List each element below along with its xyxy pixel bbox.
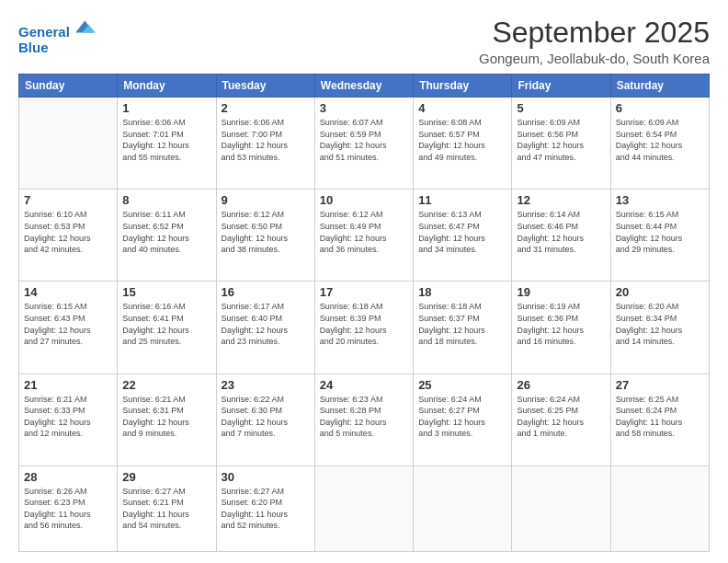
day-number: 21 <box>24 378 112 392</box>
day-number: 20 <box>616 285 704 299</box>
day-number: 24 <box>320 378 408 392</box>
calendar-cell: 14Sunrise: 6:15 AMSunset: 6:43 PMDayligh… <box>19 282 118 373</box>
calendar-cell <box>512 465 610 551</box>
cell-info: Sunrise: 6:23 AMSunset: 6:28 PMDaylight:… <box>320 394 408 440</box>
cell-info: Sunrise: 6:27 AMSunset: 6:21 PMDaylight:… <box>122 486 210 532</box>
calendar-cell: 26Sunrise: 6:24 AMSunset: 6:25 PMDayligh… <box>512 373 610 465</box>
cell-info: Sunrise: 6:26 AMSunset: 6:23 PMDaylight:… <box>24 486 112 532</box>
day-number: 9 <box>222 193 310 207</box>
calendar-cell <box>19 98 118 190</box>
calendar-cell: 6Sunrise: 6:09 AMSunset: 6:54 PMDaylight… <box>610 98 709 190</box>
cell-info: Sunrise: 6:17 AMSunset: 6:40 PMDaylight:… <box>222 301 310 347</box>
cell-info: Sunrise: 6:11 AMSunset: 6:52 PMDaylight:… <box>122 209 210 255</box>
calendar-cell: 12Sunrise: 6:14 AMSunset: 6:46 PMDayligh… <box>512 190 610 282</box>
calendar-cell: 11Sunrise: 6:13 AMSunset: 6:47 PMDayligh… <box>414 190 512 282</box>
calendar-table: SundayMondayTuesdayWednesdayThursdayFrid… <box>18 74 710 552</box>
location: Gongeum, Jeollabuk-do, South Korea <box>479 51 710 66</box>
calendar-cell: 18Sunrise: 6:18 AMSunset: 6:37 PMDayligh… <box>414 282 512 373</box>
cell-info: Sunrise: 6:12 AMSunset: 6:50 PMDaylight:… <box>222 209 310 255</box>
day-number: 5 <box>517 101 605 115</box>
calendar-cell: 7Sunrise: 6:10 AMSunset: 6:53 PMDaylight… <box>19 190 118 282</box>
calendar-cell: 28Sunrise: 6:26 AMSunset: 6:23 PMDayligh… <box>19 465 118 551</box>
day-number: 16 <box>222 285 310 299</box>
calendar-cell: 27Sunrise: 6:25 AMSunset: 6:24 PMDayligh… <box>610 373 709 465</box>
cell-info: Sunrise: 6:24 AMSunset: 6:25 PMDaylight:… <box>517 394 605 440</box>
day-number: 23 <box>222 378 310 392</box>
calendar-cell: 13Sunrise: 6:15 AMSunset: 6:44 PMDayligh… <box>610 190 709 282</box>
calendar-cell: 17Sunrise: 6:18 AMSunset: 6:39 PMDayligh… <box>314 282 413 373</box>
day-number: 22 <box>122 378 210 392</box>
calendar-cell: 5Sunrise: 6:09 AMSunset: 6:56 PMDaylight… <box>512 98 610 190</box>
calendar-cell: 15Sunrise: 6:16 AMSunset: 6:41 PMDayligh… <box>118 282 216 373</box>
day-number: 6 <box>616 101 704 115</box>
calendar-cell: 9Sunrise: 6:12 AMSunset: 6:50 PMDaylight… <box>216 190 314 282</box>
col-header-wednesday: Wednesday <box>314 75 413 98</box>
day-number: 17 <box>320 285 408 299</box>
day-number: 14 <box>24 285 112 299</box>
calendar-cell: 30Sunrise: 6:27 AMSunset: 6:20 PMDayligh… <box>216 465 314 551</box>
calendar-cell <box>414 465 512 551</box>
cell-info: Sunrise: 6:12 AMSunset: 6:49 PMDaylight:… <box>320 209 408 255</box>
day-number: 8 <box>122 193 210 207</box>
calendar-cell: 8Sunrise: 6:11 AMSunset: 6:52 PMDaylight… <box>118 190 216 282</box>
calendar-cell: 21Sunrise: 6:21 AMSunset: 6:33 PMDayligh… <box>19 373 118 465</box>
cell-info: Sunrise: 6:14 AMSunset: 6:46 PMDaylight:… <box>517 209 605 255</box>
logo-blue: Blue <box>18 40 96 56</box>
calendar-cell: 4Sunrise: 6:08 AMSunset: 6:57 PMDaylight… <box>414 98 512 190</box>
day-number: 4 <box>418 101 506 115</box>
calendar-cell: 22Sunrise: 6:21 AMSunset: 6:31 PMDayligh… <box>118 373 216 465</box>
day-number: 30 <box>222 470 310 484</box>
calendar-cell <box>610 465 709 551</box>
col-header-sunday: Sunday <box>19 75 118 98</box>
cell-info: Sunrise: 6:09 AMSunset: 6:54 PMDaylight:… <box>616 117 704 163</box>
day-number: 1 <box>122 101 210 115</box>
title-block: September 2025 Gongeum, Jeollabuk-do, So… <box>479 17 710 66</box>
cell-info: Sunrise: 6:19 AMSunset: 6:36 PMDaylight:… <box>517 301 605 347</box>
day-number: 25 <box>418 378 506 392</box>
day-number: 15 <box>122 285 210 299</box>
col-header-saturday: Saturday <box>610 75 709 98</box>
calendar-week-row: 21Sunrise: 6:21 AMSunset: 6:33 PMDayligh… <box>19 373 710 465</box>
logo-icon <box>75 17 96 37</box>
calendar-week-row: 28Sunrise: 6:26 AMSunset: 6:23 PMDayligh… <box>19 465 710 551</box>
col-header-monday: Monday <box>118 75 216 98</box>
calendar-header-row: SundayMondayTuesdayWednesdayThursdayFrid… <box>19 75 710 98</box>
calendar-cell: 20Sunrise: 6:20 AMSunset: 6:34 PMDayligh… <box>610 282 709 373</box>
calendar-cell: 25Sunrise: 6:24 AMSunset: 6:27 PMDayligh… <box>414 373 512 465</box>
cell-info: Sunrise: 6:07 AMSunset: 6:59 PMDaylight:… <box>320 117 408 163</box>
calendar-cell: 1Sunrise: 6:06 AMSunset: 7:01 PMDaylight… <box>118 98 216 190</box>
calendar-week-row: 1Sunrise: 6:06 AMSunset: 7:01 PMDaylight… <box>19 98 710 190</box>
cell-info: Sunrise: 6:27 AMSunset: 6:20 PMDaylight:… <box>222 486 310 532</box>
calendar-cell: 10Sunrise: 6:12 AMSunset: 6:49 PMDayligh… <box>314 190 413 282</box>
cell-info: Sunrise: 6:22 AMSunset: 6:30 PMDaylight:… <box>222 394 310 440</box>
col-header-tuesday: Tuesday <box>216 75 314 98</box>
col-header-friday: Friday <box>512 75 610 98</box>
cell-info: Sunrise: 6:13 AMSunset: 6:47 PMDaylight:… <box>418 209 506 255</box>
calendar-cell: 29Sunrise: 6:27 AMSunset: 6:21 PMDayligh… <box>118 465 216 551</box>
day-number: 29 <box>122 470 210 484</box>
day-number: 28 <box>24 470 112 484</box>
cell-info: Sunrise: 6:18 AMSunset: 6:37 PMDaylight:… <box>418 301 506 347</box>
cell-info: Sunrise: 6:20 AMSunset: 6:34 PMDaylight:… <box>616 301 704 347</box>
col-header-thursday: Thursday <box>414 75 512 98</box>
month-title: September 2025 <box>479 17 710 49</box>
calendar-cell: 24Sunrise: 6:23 AMSunset: 6:28 PMDayligh… <box>314 373 413 465</box>
cell-info: Sunrise: 6:15 AMSunset: 6:44 PMDaylight:… <box>616 209 704 255</box>
calendar-cell: 23Sunrise: 6:22 AMSunset: 6:30 PMDayligh… <box>216 373 314 465</box>
cell-info: Sunrise: 6:18 AMSunset: 6:39 PMDaylight:… <box>320 301 408 347</box>
day-number: 2 <box>222 101 310 115</box>
day-number: 18 <box>418 285 506 299</box>
calendar-cell: 2Sunrise: 6:06 AMSunset: 7:00 PMDaylight… <box>216 98 314 190</box>
cell-info: Sunrise: 6:25 AMSunset: 6:24 PMDaylight:… <box>616 394 704 440</box>
day-number: 7 <box>24 193 112 207</box>
day-number: 10 <box>320 193 408 207</box>
logo: General Blue <box>18 17 96 55</box>
day-number: 11 <box>418 193 506 207</box>
cell-info: Sunrise: 6:24 AMSunset: 6:27 PMDaylight:… <box>418 394 506 440</box>
page: General Blue September 2025 Gongeum, Jeo… <box>0 0 728 563</box>
calendar-cell <box>314 465 413 551</box>
cell-info: Sunrise: 6:10 AMSunset: 6:53 PMDaylight:… <box>24 209 112 255</box>
cell-info: Sunrise: 6:06 AMSunset: 7:00 PMDaylight:… <box>222 117 310 163</box>
cell-info: Sunrise: 6:09 AMSunset: 6:56 PMDaylight:… <box>517 117 605 163</box>
day-number: 26 <box>517 378 605 392</box>
